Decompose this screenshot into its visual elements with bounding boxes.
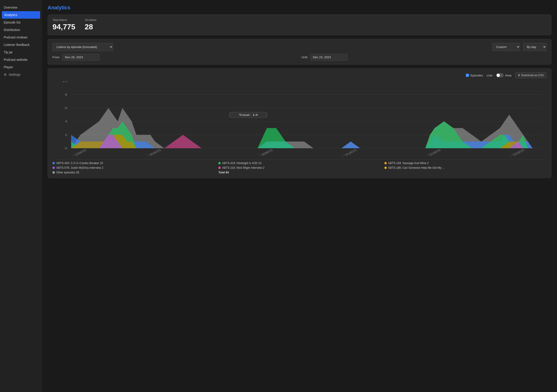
sidebar-item-label: Player (4, 65, 13, 69)
sidebar-item-podcast-website[interactable]: Podcast website (0, 56, 42, 63)
svg-text:12/04/23: 12/04/23 (146, 149, 162, 156)
area-toggle[interactable]: Area (496, 73, 511, 77)
download-label: Download as CSV (521, 74, 544, 77)
legend-item-5: ABTS-186: Can Someone Help Me Get My ... (385, 166, 547, 169)
grouping-select[interactable]: By day By week By month (523, 43, 547, 51)
sidebar-item-label: Overview (4, 6, 17, 9)
gear-icon: ⚙ (4, 73, 7, 76)
legend-item-6: Other episodes 28 (52, 171, 215, 174)
legend-label-1: ABTS-419: Hindsight Is 4/20 14 (222, 161, 261, 165)
sidebar-item-player[interactable]: Player (0, 63, 42, 71)
sidebar: Overview Analytics Episode list Distribu… (0, 0, 42, 392)
sidebar-item-label: Episode list (4, 21, 21, 24)
area-label: Area (505, 74, 511, 77)
legend-color-0 (52, 162, 55, 164)
seven-day-stat: 7d listens 28 (85, 18, 97, 31)
legend-item-1: ABTS-419: Hindsight Is 4/20 14 (218, 161, 380, 165)
svg-text:8: 8 (65, 94, 67, 96)
until-date-input[interactable] (310, 54, 348, 61)
controls-card: Listens by episode (truncated) Listens b… (48, 39, 551, 64)
sidebar-item-overview[interactable]: Overview (0, 4, 42, 11)
line-option[interactable]: Line (487, 74, 493, 77)
sidebar-item-label: Podcast reviews (4, 35, 27, 39)
legend-total: Total 64 (218, 171, 380, 174)
legend-color-2 (385, 162, 387, 164)
sidebar-item-label: Distribution (4, 28, 20, 32)
sidebar-item-label: Analytics (4, 13, 17, 17)
until-label: Until (301, 56, 307, 59)
legend-color-3 (52, 167, 55, 169)
episodes-checkbox[interactable]: ✓ (466, 74, 469, 77)
svg-text:2: 2 (65, 134, 67, 136)
sidebar-item-podcast-reviews[interactable]: Podcast reviews (0, 33, 42, 41)
controls-date-row: From Until (52, 54, 547, 61)
legend-color-4 (218, 167, 221, 169)
sidebar-item-episode-list[interactable]: Episode list (0, 19, 42, 26)
chart-svg: 0 2 4 6 8 10 11/29/23 12/04/23 12/09/23 … (52, 81, 547, 156)
main-content: Analytics Total listens 94,775 7d listen… (42, 0, 557, 392)
from-label: From (52, 56, 59, 59)
legend-item-3: ABTS-076: Justin McElroy Interview 2 (52, 166, 215, 169)
svg-text:12/09/23: 12/09/23 (257, 149, 274, 156)
svg-text:11/29/23: 11/29/23 (71, 149, 88, 156)
download-icon: ⬇ (518, 74, 520, 77)
date-range-select[interactable]: Custom Last 7 days Last 30 days Last 90 … (492, 43, 520, 51)
download-csv-button[interactable]: ⬇ Download as CSV (515, 72, 547, 78)
episodes-label: Episodes (470, 74, 483, 77)
legend-label-5: ABTS-186: Can Someone Help Me Get My ... (388, 166, 445, 169)
from-date-input[interactable] (62, 54, 100, 61)
page-title: Analytics (48, 5, 551, 11)
sidebar-item-label: Settings (9, 73, 21, 76)
total-listens-value: 94,775 (52, 23, 75, 31)
legend: ABTS-420: C-C-C-Combo Breaker 15 ABTS-41… (52, 160, 547, 174)
legend-label-3: ABTS-076: Justin McElroy Interview 2 (56, 166, 103, 169)
legend-label-2: ABTS-193: Sausage And Wine 2 (388, 161, 429, 165)
seven-day-label: 7d listens (85, 18, 97, 22)
chart-card: ✓ Episodes Line Area ⬇ Download as CSV (48, 68, 551, 178)
svg-text:6: 6 (65, 107, 67, 109)
sidebar-item-distribution[interactable]: Distribution (0, 26, 42, 33)
legend-label-0: ABTS-420: C-C-C-Combo Breaker 15 (56, 161, 103, 165)
svg-text:12/19/23: 12/19/23 (426, 149, 442, 156)
legend-color-5 (385, 167, 387, 169)
legend-label-4: ABTS-216: Nick Wiger Interview 2 (222, 166, 264, 169)
legend-color-1 (218, 162, 221, 164)
legend-total-label: Total 64 (218, 171, 229, 174)
svg-text:12/14/23: 12/14/23 (342, 149, 358, 156)
sidebar-item-label: Podcast website (4, 58, 27, 62)
svg-text:12/23/23: 12/23/23 (509, 149, 525, 156)
svg-text:10: 10 (62, 81, 67, 82)
legend-label-6: Other episodes 28 (56, 171, 79, 174)
total-listens-stat: Total listens 94,775 (52, 18, 75, 31)
sidebar-item-listener-feedback[interactable]: Listener feedback (0, 41, 42, 48)
sidebar-item-settings[interactable]: ⚙ Settings (0, 71, 42, 78)
legend-color-6 (52, 171, 55, 174)
chart-controls: ✓ Episodes Line Area ⬇ Download as CSV (52, 72, 547, 78)
legend-item-2: ABTS-193: Sausage And Wine 2 (385, 161, 547, 165)
line-label: Line (487, 74, 493, 77)
area-switch[interactable] (496, 73, 504, 77)
sidebar-item-label: Listener feedback (4, 43, 30, 47)
episodes-toggle[interactable]: ✓ Episodes (466, 74, 483, 77)
legend-item-0: ABTS-420: C-C-C-Combo Breaker 15 (52, 161, 215, 165)
seven-day-value: 28 (85, 23, 93, 31)
chart-area: 0 2 4 6 8 10 11/29/23 12/04/23 12/09/23 … (52, 81, 547, 156)
legend-item-4: ABTS-216: Nick Wiger Interview 2 (218, 166, 380, 169)
sidebar-item-analytics[interactable]: Analytics (2, 11, 40, 19)
svg-text:Total: 14: Total: 14 (239, 113, 258, 117)
total-listens-label: Total listens (52, 18, 75, 22)
stats-card: Total listens 94,775 7d listens 28 (48, 15, 551, 35)
svg-text:4: 4 (65, 120, 67, 123)
sidebar-item-tip-jar[interactable]: Tip jar (0, 48, 42, 56)
svg-text:0: 0 (65, 147, 67, 150)
sidebar-item-label: Tip jar (4, 50, 13, 54)
chart-type-select[interactable]: Listens by episode (truncated) Listens b… (52, 43, 113, 51)
controls-top-row: Listens by episode (truncated) Listens b… (52, 43, 547, 51)
